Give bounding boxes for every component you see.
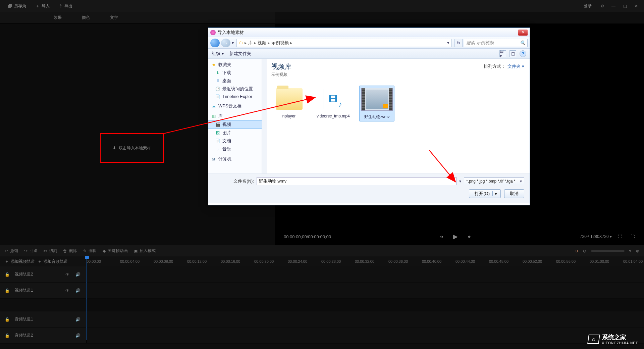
sidebar-download[interactable]: ⬇下载 — [208, 69, 262, 77]
magnet-icon[interactable]: ∪ — [575, 249, 578, 253]
speaker-icon[interactable]: 🔊 — [75, 288, 82, 293]
play-button[interactable]: ▶ — [451, 232, 460, 241]
sidebar-wps[interactable]: ☁WPS云文档 — [208, 102, 262, 110]
playhead[interactable] — [87, 256, 87, 340]
track-body[interactable] — [87, 328, 644, 343]
sidebar-desktop[interactable]: 🖥桌面 — [208, 77, 262, 85]
zoom-slider[interactable] — [591, 250, 625, 252]
lock-icon[interactable]: 🔒 — [5, 288, 11, 293]
next-frame-button[interactable]: ⏭ — [465, 232, 474, 241]
speaker-icon[interactable]: 🔊 — [75, 272, 82, 277]
tab-text[interactable]: 文字 — [110, 15, 118, 20]
lock-icon[interactable]: 🔒 — [5, 333, 11, 338]
tab-color[interactable]: 颜色 — [82, 15, 90, 20]
prev-frame-button[interactable]: ⏮ — [437, 232, 446, 241]
insert-mode-button[interactable]: ▣插入模式 — [134, 248, 156, 254]
sidebar-library[interactable]: ▥库 — [208, 112, 262, 120]
resolution-dropdown[interactable]: 720P 1280X720 ▾ — [580, 234, 612, 239]
breadcrumb-lib[interactable]: 库 — [248, 40, 253, 46]
nav-forward-button[interactable]: → — [221, 39, 230, 47]
nav-history-dropdown[interactable]: ▾ — [232, 41, 234, 45]
edit-button[interactable]: ✎编辑 — [83, 248, 97, 254]
search-icon: 🔍 — [520, 40, 525, 45]
sidebar-doc[interactable]: 📄文档 — [208, 137, 262, 145]
sidebar-timeline[interactable]: 📄Timeline Explor — [208, 93, 262, 100]
track-body[interactable] — [87, 283, 644, 298]
help-button[interactable]: ? — [520, 50, 526, 57]
search-input[interactable]: 搜索 示例视频 🔍 — [464, 39, 528, 47]
filename-label: 文件名(N): — [214, 178, 254, 184]
view-mode-button[interactable]: ▤ ▾ — [499, 50, 506, 57]
filename-dropdown-icon[interactable]: ▾ — [459, 179, 461, 184]
ruler-tick: 00:00:08;00 — [154, 259, 173, 263]
eye-icon[interactable]: 👁 — [65, 272, 71, 277]
filename-input[interactable] — [257, 177, 457, 185]
sidebar-video[interactable]: 🎬视频 — [208, 120, 262, 129]
add-audio-track-button[interactable]: ＋ 添加音频轨道 — [38, 259, 68, 264]
dialog-titlebar[interactable]: 导入本地素材 ✕ — [208, 28, 530, 37]
sort-dropdown[interactable]: 文件夹 ▾ — [507, 63, 524, 69]
dialog-close-button[interactable]: ✕ — [518, 30, 528, 36]
preview-pane-button[interactable]: ◫ — [509, 50, 516, 57]
cancel-button[interactable]: 取消 — [504, 189, 524, 198]
sidebar-image[interactable]: 🖼图片 — [208, 129, 262, 137]
fullscreen-icon[interactable]: ⛶ — [628, 232, 637, 241]
undo-button[interactable]: ↶撤销 — [5, 248, 18, 254]
login-link[interactable]: 登录 — [584, 3, 592, 9]
lock-icon[interactable]: 🔒 — [5, 272, 11, 277]
watermark: ⌂ 系统之家 XITONGZHIJIA.NET — [588, 333, 638, 345]
import-local-media-button[interactable]: ⬇ 双击导入本地素材 — [100, 133, 164, 163]
file-name: videorec_tmp.mp4 — [317, 114, 349, 118]
ruler-tick: 00:00:28;00 — [321, 259, 341, 263]
sidebar-favorites[interactable]: ★收藏夹 — [208, 61, 262, 69]
nav-back-button[interactable]: ← — [210, 39, 220, 47]
keyframe-button[interactable]: ◆关键帧动画 — [103, 248, 128, 254]
sidebar-music[interactable]: ♪音乐 — [208, 145, 262, 153]
track-body[interactable] — [87, 311, 644, 327]
maximize-icon[interactable]: ▢ — [621, 2, 629, 10]
export-icon: ⇪ — [59, 4, 62, 8]
breadcrumb-video[interactable]: 视频 — [258, 40, 266, 46]
redo-button[interactable]: ↷回退 — [24, 248, 38, 254]
address-bar[interactable]: 🗀 ▸ 库 ▸ 视频 ▸ 示例视频 ▸ ▾ — [236, 39, 452, 47]
delete-button[interactable]: 🗑删除 — [63, 248, 77, 254]
file-item-wmv[interactable]: 野生动物.wmv — [359, 86, 394, 121]
new-folder-button[interactable]: 新建文件夹 — [229, 51, 251, 57]
download-icon: ⬇ — [113, 146, 116, 150]
organize-button[interactable]: 组织 ▾ — [212, 51, 224, 57]
snapshot-icon[interactable]: ⛶ — [615, 232, 625, 241]
marker-icon[interactable]: ▿ — [629, 249, 631, 253]
cut-button[interactable]: ✂切割 — [44, 248, 57, 254]
import-button[interactable]: ＋ 导入 — [31, 0, 54, 12]
sidebar-scrollbar[interactable] — [262, 59, 267, 173]
settings-icon[interactable]: ⚙ — [598, 2, 606, 10]
filter-text: *.png *.jpg *.bmp *.tif *.tga * — [466, 179, 516, 184]
refresh-button[interactable]: ↻ — [454, 39, 463, 47]
add-video-track-button[interactable]: ＋ 添加视频轨道 — [5, 259, 35, 264]
sidebar-recent[interactable]: 🕑最近访问的位置 — [208, 85, 262, 93]
speaker-icon[interactable]: 🔊 — [75, 333, 82, 338]
open-button[interactable]: 打开(O)▾ — [469, 189, 501, 198]
zoom-in-icon[interactable]: ⊕ — [636, 249, 639, 253]
save-as-button[interactable]: 🗐 另存为 — [3, 0, 31, 12]
address-dropdown-icon[interactable]: ▾ — [447, 40, 449, 45]
file-item-folder[interactable]: nplayer — [271, 86, 307, 121]
dialog-sidebar: ★收藏夹 ⬇下载 🖥桌面 🕑最近访问的位置 📄Timeline Explor ☁… — [208, 59, 262, 173]
track-body[interactable] — [87, 266, 644, 282]
track-row: 🔒 音频轨道2 👁 🔊 — [0, 328, 644, 344]
lock-icon[interactable]: 🔒 — [5, 317, 11, 322]
open-dropdown-icon[interactable]: ▾ — [492, 191, 499, 196]
minimize-icon[interactable]: — — [609, 2, 618, 10]
close-icon[interactable]: ✕ — [632, 2, 641, 10]
tab-effect[interactable]: 效果 — [54, 15, 62, 20]
breadcrumb-sample[interactable]: 示例视频 — [271, 40, 289, 46]
export-button[interactable]: ⇪ 导出 — [54, 0, 77, 12]
file-filter-dropdown[interactable]: *.png *.jpg *.bmp *.tif *.tga * ▾ — [464, 177, 524, 185]
zoom-out-icon[interactable]: ⊖ — [583, 249, 586, 253]
ruler-tick: 00:00:40;00 — [422, 259, 441, 263]
eye-icon[interactable]: 👁 — [65, 288, 71, 293]
file-item-mp4[interactable]: 🎞 videorec_tmp.mp4 — [315, 86, 351, 121]
speaker-icon[interactable]: 🔊 — [75, 317, 82, 322]
sidebar-computer[interactable]: 🖳计算机 — [208, 155, 262, 163]
timeline-ruler[interactable]: 00:00:0000:00:04;0000:00:08;0000:00:12;0… — [87, 256, 644, 266]
